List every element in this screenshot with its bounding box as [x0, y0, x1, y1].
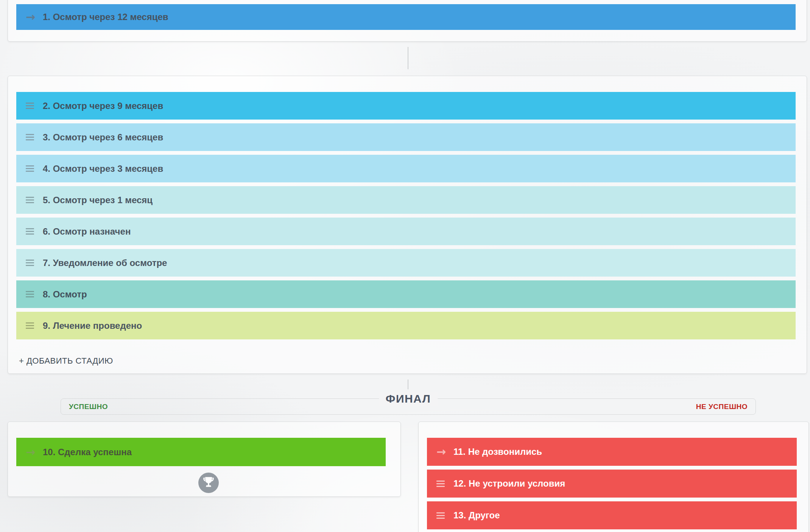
drag-handle-icon[interactable]	[26, 291, 34, 297]
stage-label: 6. Осмотр назначен	[43, 226, 131, 237]
main-stages-card: 2. Осмотр через 9 месяцев3. Осмотр через…	[8, 76, 807, 374]
drag-handle-icon[interactable]	[26, 165, 34, 172]
first-stage-list: →1. Осмотр через 12 месяцев	[8, 4, 807, 30]
stage-bar-9[interactable]: 9. Лечение проведено	[16, 312, 796, 339]
drag-handle-icon[interactable]	[26, 260, 34, 266]
success-stage-card: →10. Сделка успешна	[8, 422, 401, 497]
stage-bar-4[interactable]: 4. Осмотр через 3 месяцев	[16, 155, 796, 182]
final-fail-label: НЕ УСПЕШНО	[696, 399, 748, 414]
stage-label: 9. Лечение проведено	[43, 320, 142, 331]
stage-label: 12. Не устроили условия	[453, 478, 565, 489]
drag-handle-icon[interactable]	[436, 512, 445, 519]
drag-handle-icon[interactable]	[26, 197, 34, 203]
stage-label: 4. Осмотр через 3 месяцев	[43, 163, 163, 174]
stage-bar-12[interactable]: 12. Не устроили условия	[427, 470, 797, 498]
stage-label: 5. Осмотр через 1 месяц	[43, 195, 153, 205]
main-stage-list: 2. Осмотр через 9 месяцев3. Осмотр через…	[8, 92, 807, 339]
stage-bar-3[interactable]: 3. Осмотр через 6 месяцев	[16, 123, 796, 151]
stage-bar-11[interactable]: →11. Не дозвонились	[427, 438, 797, 466]
stage-label: 7. Уведомление об осмотре	[43, 258, 167, 268]
final-section-title: ФИНАЛ	[379, 392, 438, 406]
drag-handle-icon[interactable]	[436, 481, 445, 487]
final-success-label: УСПЕШНО	[69, 399, 108, 414]
stage-bar-8[interactable]: 8. Осмотр	[16, 280, 796, 308]
drag-handle-icon[interactable]	[26, 228, 34, 235]
stage-label: 2. Осмотр через 9 месяцев	[43, 101, 163, 111]
drag-handle-icon[interactable]	[26, 134, 34, 140]
stage-label: 1. Осмотр через 12 месяцев	[43, 12, 168, 22]
fail-stage-list: →11. Не дозвонились12. Не устроили услов…	[419, 438, 808, 529]
stage-bar-2[interactable]: 2. Осмотр через 9 месяцев	[16, 92, 796, 120]
pipeline-settings-page: →1. Осмотр через 12 месяцев 2. Осмотр че…	[0, 0, 810, 532]
fail-stages-card: →11. Не дозвонились12. Не устроили услов…	[418, 422, 809, 532]
add-stage-button[interactable]: + ДОБАВИТЬ СТАДИЮ	[19, 356, 113, 366]
stage-label: 13. Другое	[453, 510, 500, 521]
success-stage-list: →10. Сделка успешна	[8, 438, 400, 466]
trophy-icon	[198, 473, 219, 493]
arrow-icon: →	[26, 446, 43, 458]
stage-bar-5[interactable]: 5. Осмотр через 1 месяц	[16, 186, 796, 214]
drag-handle-icon[interactable]	[26, 103, 34, 109]
drag-handle-icon[interactable]	[26, 322, 34, 329]
stage-bar-7[interactable]: 7. Уведомление об осмотре	[16, 249, 796, 277]
pipeline-connector-line	[408, 47, 408, 69]
stage-bar-6[interactable]: 6. Осмотр назначен	[16, 218, 796, 245]
first-stage-card: →1. Осмотр через 12 месяцев	[8, 0, 807, 42]
stage-label: 3. Осмотр через 6 месяцев	[43, 132, 163, 143]
stage-label: 11. Не дозвонились	[453, 446, 542, 457]
arrow-icon: →	[436, 446, 453, 457]
arrow-icon: →	[26, 11, 43, 23]
final-section-box: ФИНАЛ УСПЕШНО НЕ УСПЕШНО	[61, 398, 756, 415]
stage-bar-1[interactable]: →1. Осмотр через 12 месяцев	[16, 4, 796, 30]
stage-bar-10[interactable]: →10. Сделка успешна	[16, 438, 386, 466]
stage-label: 10. Сделка успешна	[43, 447, 132, 457]
stage-label: 8. Осмотр	[43, 289, 87, 300]
stage-bar-13[interactable]: 13. Другое	[427, 501, 797, 529]
pipeline-connector-line	[408, 380, 408, 389]
